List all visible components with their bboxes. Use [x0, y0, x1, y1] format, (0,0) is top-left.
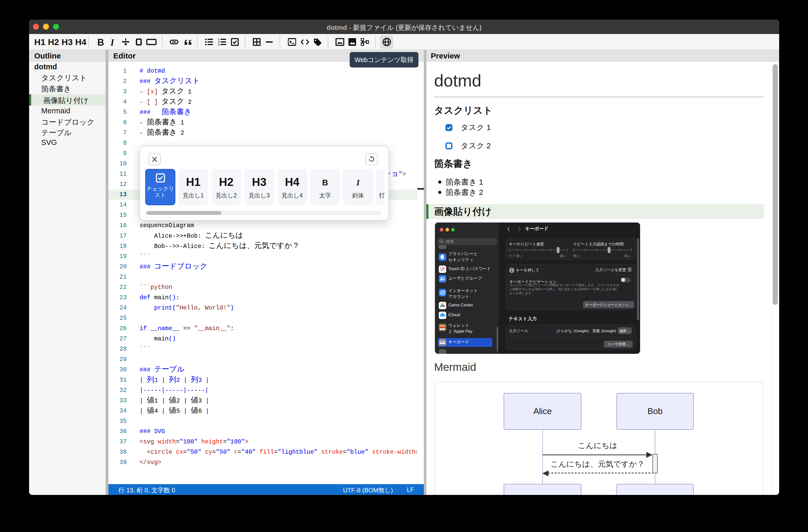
svg-text:2: 2 — [218, 41, 220, 43]
svg-text:3: 3 — [218, 43, 220, 46]
svg-text:1: 1 — [218, 38, 220, 41]
